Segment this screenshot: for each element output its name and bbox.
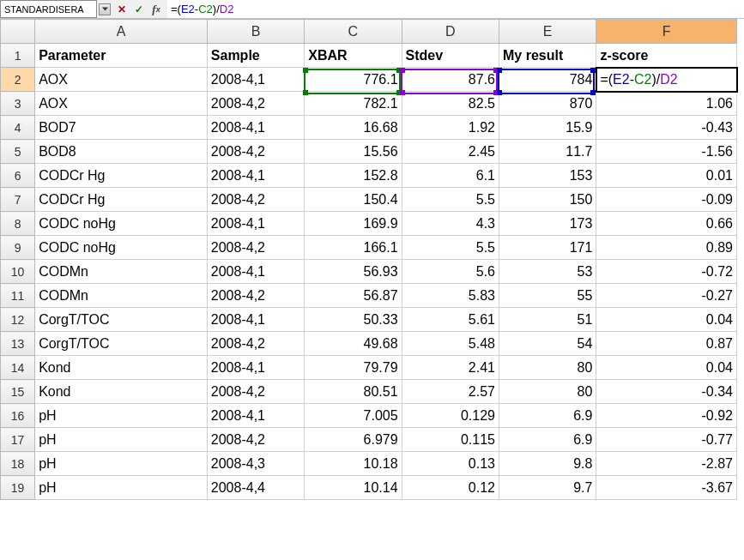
cell-C14[interactable]: 79.79 <box>305 356 402 380</box>
col-header-C[interactable]: C <box>305 20 402 44</box>
cell-E14[interactable]: 80 <box>499 356 596 380</box>
cell-A2[interactable]: AOX <box>35 68 208 92</box>
row-header-15[interactable]: 15 <box>1 380 35 404</box>
cell-E10[interactable]: 53 <box>499 260 596 284</box>
cell-B13[interactable]: 2008-4,2 <box>207 332 304 356</box>
cell-F16[interactable]: -0.92 <box>596 404 737 428</box>
row-header-17[interactable]: 17 <box>1 428 35 452</box>
cell-C16[interactable]: 7.005 <box>305 404 402 428</box>
cell-A10[interactable]: CODMn <box>35 260 208 284</box>
cell-C15[interactable]: 80.51 <box>305 380 402 404</box>
cell-F14[interactable]: 0.04 <box>596 356 737 380</box>
row-header-2[interactable]: 2 <box>1 68 35 92</box>
cell-C1[interactable]: XBAR <box>305 44 402 68</box>
cell-A19[interactable]: pH <box>35 476 208 500</box>
cell-B15[interactable]: 2008-4,2 <box>207 380 304 404</box>
cell-D12[interactable]: 5.61 <box>402 308 499 332</box>
cell-D3[interactable]: 82.5 <box>402 92 499 116</box>
cell-D8[interactable]: 4.3 <box>402 212 499 236</box>
cell-B17[interactable]: 2008-4,2 <box>207 428 304 452</box>
cell-A14[interactable]: Kond <box>35 356 208 380</box>
row-header-19[interactable]: 19 <box>1 476 35 500</box>
col-header-E[interactable]: E <box>499 20 596 44</box>
cell-F8[interactable]: 0.66 <box>596 212 737 236</box>
cell-E2[interactable]: 784 <box>499 68 596 92</box>
row-header-13[interactable]: 13 <box>1 332 35 356</box>
cell-C8[interactable]: 169.9 <box>305 212 402 236</box>
cell-E12[interactable]: 51 <box>499 308 596 332</box>
cell-C11[interactable]: 56.87 <box>305 284 402 308</box>
cell-F11[interactable]: -0.27 <box>596 284 737 308</box>
cell-C6[interactable]: 152.8 <box>305 164 402 188</box>
cell-A7[interactable]: CODCr Hg <box>35 188 208 212</box>
cell-E1[interactable]: My result <box>499 44 596 68</box>
cell-F10[interactable]: -0.72 <box>596 260 737 284</box>
row-header-18[interactable]: 18 <box>1 452 35 476</box>
cell-B7[interactable]: 2008-4,2 <box>207 188 304 212</box>
cell-C4[interactable]: 16.68 <box>305 116 402 140</box>
cell-A9[interactable]: CODC noHg <box>35 236 208 260</box>
cell-D15[interactable]: 2.57 <box>402 380 499 404</box>
accept-icon[interactable]: ✓ <box>133 3 145 15</box>
cell-F1[interactable]: z-score <box>596 44 737 68</box>
cell-A18[interactable]: pH <box>35 452 208 476</box>
cell-C13[interactable]: 49.68 <box>305 332 402 356</box>
cell-D18[interactable]: 0.13 <box>402 452 499 476</box>
cell-A8[interactable]: CODC noHg <box>35 212 208 236</box>
cell-F17[interactable]: -0.77 <box>596 428 737 452</box>
row-header-11[interactable]: 11 <box>1 284 35 308</box>
cell-D14[interactable]: 2.41 <box>402 356 499 380</box>
cell-C12[interactable]: 50.33 <box>305 308 402 332</box>
cell-C10[interactable]: 56.93 <box>305 260 402 284</box>
cell-B9[interactable]: 2008-4,2 <box>207 236 304 260</box>
col-header-A[interactable]: A <box>35 20 208 44</box>
cell-D6[interactable]: 6.1 <box>402 164 499 188</box>
cell-F18[interactable]: -2.87 <box>596 452 737 476</box>
cell-E4[interactable]: 15.9 <box>499 116 596 140</box>
cell-F5[interactable]: -1.56 <box>596 140 737 164</box>
cell-E3[interactable]: 870 <box>499 92 596 116</box>
row-header-5[interactable]: 5 <box>1 140 35 164</box>
row-header-14[interactable]: 14 <box>1 356 35 380</box>
fx-icon[interactable]: fx <box>150 3 162 15</box>
cell-C9[interactable]: 166.1 <box>305 236 402 260</box>
cell-C19[interactable]: 10.14 <box>305 476 402 500</box>
spreadsheet-grid[interactable]: A B C D E F 1ParameterSampleXBARStdevMy … <box>0 19 737 500</box>
col-header-F[interactable]: F <box>596 20 737 44</box>
cell-A6[interactable]: CODCr Hg <box>35 164 208 188</box>
row-header-6[interactable]: 6 <box>1 164 35 188</box>
cell-F15[interactable]: -0.34 <box>596 380 737 404</box>
cell-E6[interactable]: 153 <box>499 164 596 188</box>
row-header-4[interactable]: 4 <box>1 116 35 140</box>
cell-E13[interactable]: 54 <box>499 332 596 356</box>
row-header-3[interactable]: 3 <box>1 92 35 116</box>
row-header-8[interactable]: 8 <box>1 212 35 236</box>
cancel-icon[interactable]: ✕ <box>116 3 128 15</box>
row-header-12[interactable]: 12 <box>1 308 35 332</box>
cell-B3[interactable]: 2008-4,2 <box>207 92 304 116</box>
cell-B18[interactable]: 2008-4,3 <box>207 452 304 476</box>
select-all-corner[interactable] <box>1 20 35 44</box>
cell-D1[interactable]: Stdev <box>402 44 499 68</box>
cell-F3[interactable]: 1.06 <box>596 92 737 116</box>
cell-F13[interactable]: 0.87 <box>596 332 737 356</box>
cell-D7[interactable]: 5.5 <box>402 188 499 212</box>
cell-D16[interactable]: 0.129 <box>402 404 499 428</box>
cell-A11[interactable]: CODMn <box>35 284 208 308</box>
col-header-B[interactable]: B <box>207 20 304 44</box>
cell-A13[interactable]: CorgT/TOC <box>35 332 208 356</box>
cell-D2[interactable]: 87.6 <box>402 68 499 92</box>
cell-A3[interactable]: AOX <box>35 92 208 116</box>
cell-B1[interactable]: Sample <box>207 44 304 68</box>
row-header-10[interactable]: 10 <box>1 260 35 284</box>
cell-C5[interactable]: 15.56 <box>305 140 402 164</box>
cell-E19[interactable]: 9.7 <box>499 476 596 500</box>
cell-B16[interactable]: 2008-4,1 <box>207 404 304 428</box>
cell-E7[interactable]: 150 <box>499 188 596 212</box>
cell-B8[interactable]: 2008-4,1 <box>207 212 304 236</box>
cell-E15[interactable]: 80 <box>499 380 596 404</box>
cell-A4[interactable]: BOD7 <box>35 116 208 140</box>
cell-D11[interactable]: 5.83 <box>402 284 499 308</box>
cell-C3[interactable]: 782.1 <box>305 92 402 116</box>
cell-C7[interactable]: 150.4 <box>305 188 402 212</box>
